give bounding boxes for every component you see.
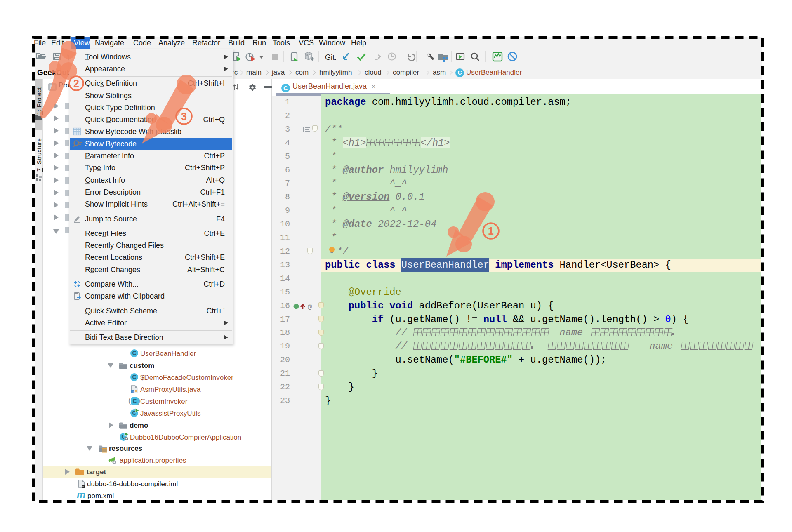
- svg-text:Git:: Git:: [325, 53, 337, 61]
- svg-text:@: @: [308, 303, 312, 311]
- svg-text:J: J: [132, 390, 134, 393]
